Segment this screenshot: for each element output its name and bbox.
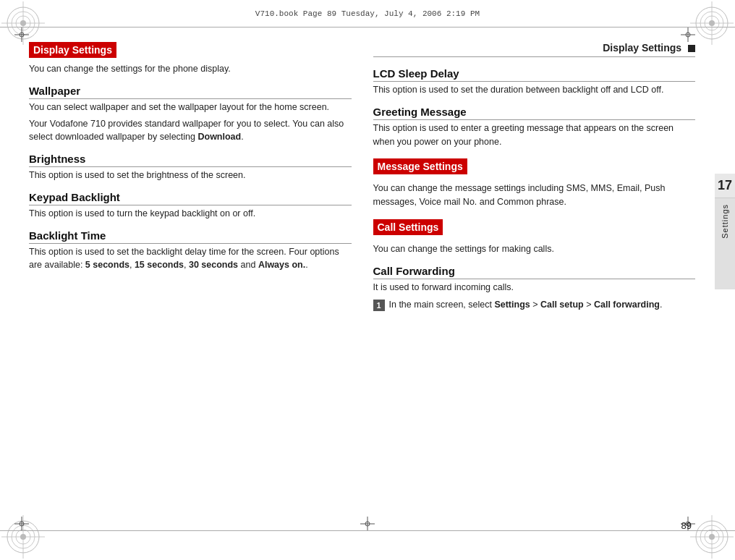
keypad-backlight-heading: Keypad Backlight (29, 191, 352, 205)
keypad-backlight-text: This option is used to turn the keypad b… (29, 207, 352, 221)
call-forwarding-intro: It is used to forward incoming calls. (373, 281, 696, 294)
wallpaper-text-1: You can select wallpaper and set the wal… (29, 101, 352, 114)
page-title-square (688, 45, 695, 52)
corner-bottom-right (690, 515, 734, 559)
message-settings-section: Message Settings You can change the mess… (373, 158, 696, 209)
lcd-sleep-heading: LCD Sleep Delay (373, 67, 696, 82)
backlight-time-heading: Backlight Time (29, 229, 352, 244)
step-1-row: 1 In the main screen, select Settings > … (373, 298, 696, 312)
brightness-heading: Brightness (29, 153, 352, 167)
right-column: Display Settings LCD Sleep Delay This op… (373, 27, 696, 531)
lcd-sleep-text: This option is used to set the duration … (373, 83, 696, 97)
wallpaper-heading: Wallpaper (29, 85, 352, 99)
side-tab: 17 Settings (715, 174, 735, 289)
call-settings-intro: You can change the settings for making c… (373, 242, 696, 256)
page-title: Display Settings (373, 42, 696, 57)
message-settings-text: You can change the message settings incl… (373, 182, 696, 209)
brightness-text: This option is used to set the brightnes… (29, 169, 352, 182)
corner-top-right (690, 1, 734, 45)
greeting-message-heading: Greeting Message (373, 106, 696, 120)
call-forwarding-heading: Call Forwarding (373, 265, 696, 279)
display-settings-intro: You can change the settings for the phon… (29, 62, 352, 76)
side-tab-label: Settings (719, 198, 731, 245)
main-content: Display Settings You can change the sett… (29, 27, 695, 531)
left-column: Display Settings You can change the sett… (29, 27, 352, 531)
top-bar: V710.book Page 89 Tuesday, July 4, 2006 … (0, 0, 735, 27)
wallpaper-text-2: Your Vodafone 710 provides standard wall… (29, 117, 352, 145)
call-settings-section: Call Settings You can change the setting… (373, 219, 696, 256)
crosshair-top-left (14, 27, 29, 42)
page-title-text: Display Settings (603, 42, 681, 54)
display-settings-label: Display Settings (29, 42, 116, 58)
display-settings-header: Display Settings (29, 42, 352, 62)
top-bar-text: V710.book Page 89 Tuesday, July 4, 2006 … (255, 9, 480, 18)
step-1-text: In the main screen, select Settings > Ca… (389, 298, 663, 312)
step-1-num: 1 (373, 300, 385, 311)
backlight-time-text: This option is used to set the backlight… (29, 245, 352, 273)
greeting-message-text: This option is used to enter a greeting … (373, 122, 696, 149)
crosshair-bottom-left (14, 517, 29, 531)
call-settings-label: Call Settings (373, 219, 443, 235)
message-settings-label: Message Settings (373, 158, 467, 174)
side-tab-number: 17 (715, 174, 735, 198)
